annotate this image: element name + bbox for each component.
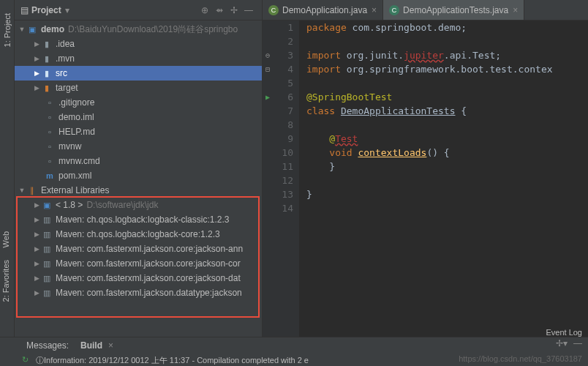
maven-lib[interactable]: ▶▥Maven: com.fasterxml.jackson.core:jack… [15,256,262,271]
build-message: Information: 2019/12/12 0012 上午 11:37 - … [44,355,309,366]
class-icon: C [268,5,279,15]
watermark: https://blog.csdn.net/qq_37603187 [459,354,582,363]
info-icon: ⓘ [36,355,44,366]
project-icon: ▤ [20,5,29,15]
gear-icon[interactable]: ✢▾ [556,338,568,348]
close-icon[interactable]: × [372,5,377,15]
jdk-node[interactable]: ▶▣< 1.8 >D:\software\jdk\jdk [15,198,262,212]
project-panel: ▤ Project ▾ ⊕ ⇴ ✢ — ▼▣ demo D:\BaiduYunD… [15,0,262,337]
class-icon: C [389,5,399,15]
web-tab[interactable]: Web [0,225,12,253]
tree-file[interactable]: mpom.xml [15,168,262,183]
chevron-down-icon[interactable]: ▾ [65,5,69,15]
gutter-icons: ⊖⊟ ▶ [263,20,273,337]
close-icon[interactable]: × [108,340,113,351]
editor-tab[interactable]: CDemoApplication.java× [263,0,383,20]
editor-area: CDemoApplication.java× CDemoApplicationT… [262,0,588,337]
tree-folder-src[interactable]: ▶▮src [15,66,262,81]
maven-lib[interactable]: ▶▥Maven: ch.qos.logback:logback-core:1.2… [15,227,262,242]
editor-tab-active[interactable]: CDemoApplicationTests.java× [383,0,524,20]
tree-file[interactable]: ▫HELP.md [15,124,262,139]
event-log-tab[interactable]: Event Log [546,328,582,337]
code-editor[interactable]: ⊖⊟ ▶ 1234567891011121314 package com.spr… [263,20,588,337]
panel-title: Project [31,5,61,15]
tree-folder-mvn[interactable]: ▶▮.mvn [15,51,262,66]
line-numbers: 1234567891011121314 [273,20,299,337]
close-icon[interactable]: × [513,5,518,15]
locate-icon[interactable]: ⊕ [197,5,212,15]
maven-lib[interactable]: ▶▥Maven: com.fasterxml.jackson.core:jack… [15,242,262,256]
hide-icon[interactable]: — [241,5,256,15]
run-icon[interactable]: ▶ [263,90,273,104]
favorites-tab[interactable]: 2: Favorites [0,254,12,307]
tree-file[interactable]: ▫mvnw [15,139,262,154]
tree-file[interactable]: ▫mvnw.cmd [15,154,262,168]
project-tool-tab[interactable]: 1: Project [1,7,13,53]
maven-lib[interactable]: ▶▥Maven: ch.qos.logback:logback-classic:… [15,212,262,227]
project-tree: ▼▣ demo D:\BaiduYunDownload\2019尚硅谷sprin… [15,20,262,337]
panel-header: ▤ Project ▾ ⊕ ⇴ ✢ — [15,0,262,20]
hide-icon[interactable]: — [573,338,582,348]
maven-lib[interactable]: ▶▥Maven: com.fasterxml.jackson.core:jack… [15,271,262,285]
maven-lib[interactable]: ▶▥Maven: com.fasterxml.jackson.datatype:… [15,285,262,300]
tree-root[interactable]: ▼▣ demo D:\BaiduYunDownload\2019尚硅谷sprin… [15,22,262,37]
tree-file[interactable]: ▫demo.iml [15,110,262,124]
tree-folder-target[interactable]: ▶▮target [15,81,262,95]
external-libraries[interactable]: ▼∥External Libraries [15,183,262,198]
code-content[interactable]: package com.springboot.demo; import org.… [299,20,588,337]
messages-label: Messages: [20,339,75,352]
tree-file[interactable]: ▫.gitignore [15,95,262,110]
messages-tools: ✢▾ — [556,338,582,348]
collapse-icon[interactable]: ⇴ [212,5,227,15]
build-tab[interactable]: Build [75,339,108,352]
rerun-icon[interactable]: ↻ [22,355,29,365]
editor-tabs: CDemoApplication.java× CDemoApplicationT… [263,0,588,20]
tree-folder-idea[interactable]: ▶▮.idea [15,37,262,51]
settings-icon[interactable]: ✢ [227,5,241,15]
